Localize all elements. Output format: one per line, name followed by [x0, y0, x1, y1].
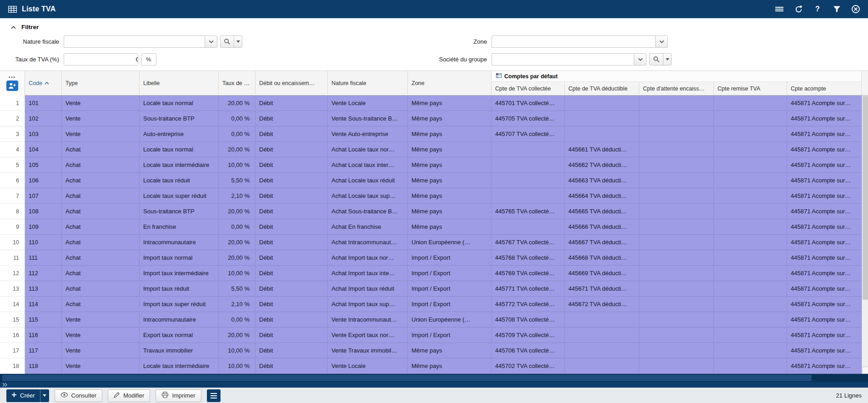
cell[interactable]: 5,50 %: [219, 173, 256, 188]
cell[interactable]: 5,50 %: [219, 281, 256, 297]
cell[interactable]: Import / Export: [408, 327, 492, 343]
cell[interactable]: Achat Import taux sup…: [328, 297, 408, 312]
cell[interactable]: [714, 343, 787, 358]
cell[interactable]: 445707 TVA collecté…: [492, 126, 565, 142]
cell[interactable]: [714, 126, 787, 142]
cell[interactable]: 110: [25, 235, 62, 250]
column-header-code[interactable]: Code: [25, 71, 62, 96]
cell[interactable]: Vente Export taux nor…: [328, 327, 408, 343]
cell[interactable]: 0,00 %: [219, 219, 256, 235]
cell[interactable]: Débit: [256, 173, 328, 188]
column-header-debit-encaissement[interactable]: Débit ou encaissem…: [256, 71, 328, 96]
cell[interactable]: 445661 TVA déducti…: [565, 142, 639, 157]
cell[interactable]: Locale taux super réduit: [140, 188, 219, 204]
cell[interactable]: [714, 266, 787, 281]
cell[interactable]: Intracommunautaire: [140, 312, 219, 327]
cell[interactable]: 112: [25, 266, 62, 281]
cell[interactable]: Débit: [256, 235, 328, 250]
create-dropdown-caret[interactable]: [40, 389, 49, 402]
cell[interactable]: 445668 TVA déducti…: [565, 250, 639, 266]
cell[interactable]: Même pays: [408, 111, 492, 126]
cell[interactable]: 20,00 %: [219, 96, 256, 111]
column-header-nature-fiscale[interactable]: Nature fiscale: [328, 71, 408, 96]
cell[interactable]: 20,00 %: [219, 142, 256, 157]
societe-groupe-input[interactable]: [492, 53, 634, 65]
nature-fiscale-search-button[interactable]: [220, 35, 242, 48]
cell[interactable]: Même pays: [408, 188, 492, 204]
cell[interactable]: [714, 157, 787, 173]
cell[interactable]: [639, 126, 714, 142]
menu-icon[interactable]: [774, 4, 784, 14]
cell[interactable]: 445771 TVA collecté…: [492, 281, 565, 297]
cell[interactable]: Travaux immobilier: [140, 343, 219, 358]
cell[interactable]: Même pays: [408, 173, 492, 188]
table-row[interactable]: 14114AchatImport taux super réduit2,10 %…: [0, 297, 862, 312]
cell[interactable]: Débit: [256, 126, 328, 142]
cell[interactable]: Même pays: [408, 343, 492, 358]
zone-input[interactable]: [492, 35, 655, 48]
cell[interactable]: 101: [25, 96, 62, 111]
refresh-icon[interactable]: [793, 4, 803, 14]
cell[interactable]: 10,00 %: [219, 343, 256, 358]
cell[interactable]: 445871 Acompte sur…: [787, 96, 862, 111]
cell[interactable]: 445871 Acompte sur…: [787, 219, 862, 235]
cell[interactable]: 445765 TVA collecté…: [492, 204, 565, 219]
cell[interactable]: [639, 188, 714, 204]
table-row[interactable]: 12112AchatImport taux intermédiaire10,00…: [0, 266, 862, 281]
cell[interactable]: 445709 TVA collecté…: [492, 327, 565, 343]
cell[interactable]: Import taux super réduit: [140, 297, 219, 312]
table-row[interactable]: 5105AchatLocale taux intermédiaire10,00 …: [0, 157, 862, 173]
print-button[interactable]: Imprimer: [156, 389, 201, 402]
cell[interactable]: [714, 111, 787, 126]
cell[interactable]: Achat Local taux inter…: [328, 157, 408, 173]
cell[interactable]: 445871 Acompte sur…: [787, 281, 862, 297]
cell[interactable]: Achat: [62, 157, 140, 173]
cell[interactable]: [639, 297, 714, 312]
cell[interactable]: [565, 358, 639, 374]
cell[interactable]: 445871 Acompte sur…: [787, 157, 862, 173]
list-menu-button[interactable]: [207, 389, 221, 402]
cell[interactable]: Achat Sous-traitance B…: [328, 204, 408, 219]
table-row[interactable]: 3103VenteAuto-entreprise0,00 %DébitVente…: [0, 126, 862, 142]
cell[interactable]: Sous-traitance BTP: [140, 204, 219, 219]
societe-groupe-dropdown-button[interactable]: [634, 53, 647, 65]
cell[interactable]: 445768 TVA collecté…: [492, 250, 565, 266]
cell[interactable]: 113: [25, 281, 62, 297]
column-header-taux[interactable]: Taux de …: [219, 71, 256, 96]
cell[interactable]: 445871 Acompte sur…: [787, 126, 862, 142]
column-header-cpte-tva-deductible[interactable]: Cpte de TVA déductible: [565, 82, 639, 96]
cell[interactable]: Vente: [62, 327, 140, 343]
cell[interactable]: 108: [25, 204, 62, 219]
cell[interactable]: [639, 358, 714, 374]
horizontal-scrollbar[interactable]: [0, 374, 868, 382]
cell[interactable]: En franchise: [140, 219, 219, 235]
cell[interactable]: Union Européenne (…: [408, 312, 492, 327]
cell[interactable]: Achat: [62, 204, 140, 219]
table-row[interactable]: 15115VenteIntracommunautaire0,00 %DébitV…: [0, 312, 862, 327]
cell[interactable]: Même pays: [408, 96, 492, 111]
column-header-type[interactable]: Type: [62, 71, 140, 96]
cell[interactable]: 445871 Acompte sur…: [787, 142, 862, 157]
table-row[interactable]: 2102VenteSous-traitance BTP0,00 %DébitVe…: [0, 111, 862, 126]
cell[interactable]: [639, 343, 714, 358]
nature-fiscale-input[interactable]: [64, 35, 205, 48]
cell[interactable]: [714, 281, 787, 297]
cell[interactable]: 445769 TVA collecté…: [492, 266, 565, 281]
cell[interactable]: Achat Locale taux nor…: [328, 142, 408, 157]
cell[interactable]: 445708 TVA collecté…: [492, 312, 565, 327]
scroll-down-button[interactable]: [862, 367, 868, 374]
cell[interactable]: 0,00 %: [219, 111, 256, 126]
table-row[interactable]: 8108AchatSous-traitance BTP20,00 %DébitA…: [0, 204, 862, 219]
column-header-cpte-attente-encaissement[interactable]: Cpte d'attente encaiss…: [639, 82, 714, 96]
column-header-cpte-tva-collectee[interactable]: Cpte de TVA collectée: [492, 82, 565, 96]
vertical-scrollbar-thumb[interactable]: [863, 96, 868, 300]
cell[interactable]: [639, 312, 714, 327]
cell[interactable]: 445664 TVA déducti…: [565, 188, 639, 204]
cell[interactable]: Locale taux intermédiaire: [140, 157, 219, 173]
cell[interactable]: Import / Export: [408, 266, 492, 281]
cell[interactable]: 2,10 %: [219, 297, 256, 312]
cell[interactable]: Vente Auto-entreprise: [328, 126, 408, 142]
cell[interactable]: [565, 111, 639, 126]
cell[interactable]: 445871 Acompte sur…: [787, 173, 862, 188]
cell[interactable]: 445871 Acompte sur…: [787, 343, 862, 358]
